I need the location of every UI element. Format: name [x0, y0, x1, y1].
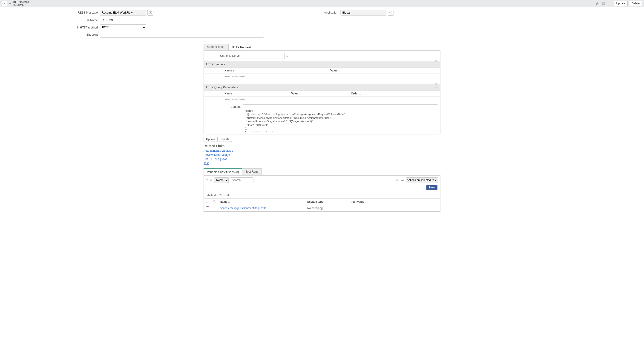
list-col-test[interactable]: Test value — [351, 200, 438, 203]
update-button-top[interactable]: Update — [614, 1, 628, 6]
top-bar: ‹ ≡ HTTP Method RESUME ⋯ Update Delete — [0, 0, 644, 7]
row-name-link[interactable]: AccessPackageAssignmentRequestId — [220, 207, 266, 210]
svg-rect-3 — [604, 4, 605, 4]
http-method-select[interactable]: POST — [100, 24, 146, 30]
mid-server-label: Use MID Server — [204, 54, 243, 57]
endpoint-label: Endpoint — [4, 33, 100, 36]
endpoint-field[interactable] — [100, 32, 264, 38]
tab-authentication[interactable]: Authentication — [204, 44, 228, 50]
link-set-http-log[interactable]: Set HTTP Log level — [204, 157, 440, 161]
query-collapse-icon[interactable]: — — [435, 86, 438, 89]
filter-field-select[interactable]: Name — [214, 177, 228, 183]
query-col-value[interactable]: Value — [291, 92, 351, 95]
application-field[interactable] — [340, 10, 386, 16]
record-name: RESUME — [13, 3, 29, 6]
tab-http-request[interactable]: HTTP Request — [228, 44, 254, 50]
list-breadcrumb[interactable]: Method = RESUME — [204, 192, 440, 198]
http-query-header: HTTP Query Parameters — [204, 84, 440, 90]
delete-button-top[interactable]: Delete — [629, 1, 642, 6]
link-test[interactable]: Test — [204, 161, 440, 165]
list-col-escape[interactable]: Escape type — [307, 200, 351, 203]
more-icon[interactable]: ⋯ — [608, 1, 612, 6]
update-button[interactable]: Update — [204, 137, 218, 142]
name-field[interactable] — [100, 17, 146, 23]
actions-select[interactable]: Actions on selected rows... — [406, 177, 438, 183]
rest-message-label: REST Message — [4, 11, 100, 14]
list-col-name[interactable]: Name — [220, 200, 307, 203]
plus-icon[interactable]: + — [206, 75, 224, 78]
list-row: AccessPackageAssignmentRequestId No esca… — [204, 205, 440, 211]
svg-line-5 — [288, 56, 288, 57]
name-label: ✱Name — [4, 18, 100, 22]
query-col-name[interactable]: Name — [224, 92, 291, 95]
rest-message-info-icon[interactable]: ⓘ — [148, 10, 154, 16]
variable-substitutions-list: ≡ ▽ Name ⊚ — Actions on selected rows...… — [204, 175, 440, 212]
headers-col-name[interactable]: Name — [224, 69, 330, 72]
content-textarea[interactable] — [243, 104, 438, 132]
form-tabs: Authentication HTTP Request — [204, 44, 440, 50]
content-label: Content — [206, 104, 243, 132]
query-col-order[interactable]: Order — [351, 92, 397, 95]
attachment-icon[interactable] — [594, 1, 600, 6]
filter-search-input[interactable] — [230, 177, 254, 183]
activity-icon[interactable] — [601, 1, 606, 6]
mid-server-search-icon[interactable] — [284, 53, 290, 59]
form-area: REST Message ⓘ ✱Name ✱HTTP method POST E… — [0, 7, 644, 39]
http-headers-header: HTTP Headers — [204, 61, 440, 67]
tab-test-runs[interactable]: Test Runs — [242, 168, 262, 175]
query-gear-icon[interactable]: ⊚ — [435, 82, 438, 85]
link-auto-generate[interactable]: Auto-generate variables — [204, 149, 440, 153]
delete-button[interactable]: Delete — [219, 137, 232, 142]
page-title: HTTP Method RESUME — [13, 0, 29, 6]
headers-insert-row[interactable]: + Insert a new row... — [204, 74, 440, 79]
menu-icon[interactable]: ≡ — [9, 1, 11, 5]
list-collapse-icon[interactable]: — — [401, 178, 404, 182]
filter-icon[interactable]: ▽ — [210, 178, 212, 182]
http-request-panel: Use MID Server ⊚ — HTTP Headers Name Val… — [204, 50, 440, 134]
svg-rect-2 — [602, 4, 603, 4]
headers-collapse-icon[interactable]: — — [435, 63, 438, 66]
related-list-tabs: Variable Substitutions (3) Test Runs — [204, 168, 440, 175]
new-button[interactable]: New — [426, 185, 438, 190]
headers-gear-icon[interactable]: ⊚ — [435, 59, 438, 62]
record-type: HTTP Method — [13, 0, 29, 3]
select-all-checkbox[interactable] — [206, 200, 209, 203]
rest-message-field[interactable] — [100, 10, 146, 16]
row-escape: No escaping — [307, 207, 351, 210]
svg-rect-0 — [602, 2, 603, 3]
list-menu-icon[interactable]: ≡ — [206, 178, 208, 182]
mid-server-field[interactable] — [243, 53, 284, 59]
application-info-icon[interactable]: ⓘ — [388, 10, 394, 16]
link-preview-script[interactable]: Preview Script Usage — [204, 153, 440, 157]
svg-rect-1 — [604, 2, 605, 3]
row-checkbox[interactable] — [206, 206, 209, 209]
headers-col-value[interactable]: Value — [330, 69, 438, 72]
list-gear-icon[interactable]: ⊚ — [396, 178, 399, 182]
svg-point-4 — [286, 55, 288, 56]
tab-variable-substitutions[interactable]: Variable Substitutions (3) — [204, 168, 242, 175]
plus-icon[interactable]: + — [206, 98, 224, 101]
search-icon[interactable] — [213, 200, 220, 204]
application-label: Application — [322, 11, 340, 14]
related-links-title: Related Links — [204, 144, 440, 148]
svg-point-6 — [214, 200, 215, 202]
http-method-label: ✱HTTP method — [4, 26, 100, 29]
query-insert-row[interactable]: + Insert a new row... — [204, 97, 440, 102]
related-links: Related Links Auto-generate variables Pr… — [204, 144, 440, 165]
svg-line-7 — [215, 202, 216, 202]
back-button[interactable]: ‹ — [2, 1, 7, 6]
